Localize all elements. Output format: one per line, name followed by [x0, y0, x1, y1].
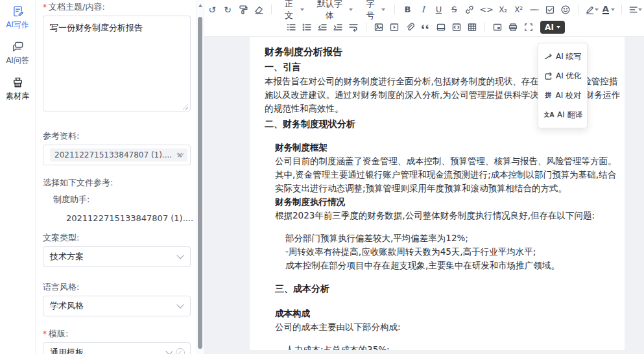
- bullet-list-icon: [286, 22, 296, 32]
- doc-heading: 三、成本分析: [275, 281, 621, 296]
- required-asterisk: *: [43, 329, 47, 338]
- file-group-label: 制度助手:: [53, 194, 191, 206]
- editor-toolbar: ↺ ↻ 正文 默认字体: [204, 0, 644, 37]
- fullscreen-button[interactable]: [521, 20, 536, 34]
- menu-item-ai-proofread[interactable]: 拼 AI 校对: [538, 86, 587, 105]
- required-asterisk: *: [43, 3, 47, 12]
- doc-list-item: 成本控制在部分项目中存在超支现象,主要集中在研发和市场推广领域。: [285, 259, 621, 272]
- doc-pen-icon: [12, 5, 24, 18]
- library-icon: [12, 77, 24, 89]
- divider-button[interactable]: [434, 20, 448, 34]
- caret-down-icon: [638, 8, 642, 11]
- indent-decrease-button[interactable]: [315, 20, 329, 34]
- file-reference-label: 选择如下文件参考:: [43, 177, 191, 189]
- doc-subheading: 财务制度框架: [275, 141, 621, 154]
- caret-down-icon: [556, 26, 560, 29]
- video-icon: [389, 22, 400, 32]
- task-list-button[interactable]: [543, 3, 557, 17]
- toolbar-divider: [578, 5, 578, 14]
- ai-menu-button[interactable]: AI: [540, 21, 565, 34]
- inline-code-button[interactable]: <>: [478, 3, 494, 17]
- emoji-button[interactable]: [558, 3, 573, 17]
- highlight-pen-button[interactable]: [584, 3, 600, 17]
- eraser-icon: [254, 5, 264, 15]
- form-scrollbar[interactable]: [196, 0, 204, 354]
- strikethrough-button[interactable]: S: [447, 3, 461, 17]
- topic-textarea[interactable]: 写一份财务制度分析报告: [43, 16, 191, 112]
- divider-icon: [436, 22, 446, 32]
- chevron-down-icon: [176, 301, 184, 308]
- attachment-button[interactable]: [403, 20, 417, 34]
- indent-increase-icon: [333, 22, 343, 32]
- eraser-button[interactable]: [252, 3, 266, 17]
- toolbar-row-2: AI: [204, 18, 644, 36]
- menu-item-ai-translate[interactable]: 文A AI 翻译: [538, 105, 587, 124]
- doc-type-select[interactable]: 技术方案: [43, 246, 191, 267]
- soft-wrap-button[interactable]: [346, 20, 361, 34]
- caret-down-icon: [300, 8, 304, 11]
- caret-down-icon: [611, 8, 615, 11]
- menu-item-ai-continue[interactable]: AI 续写: [538, 47, 587, 66]
- redo-button[interactable]: ↻: [221, 3, 235, 17]
- file-name: 2021122715133847807 (1)....: [66, 213, 193, 223]
- task-checkbox-icon: [545, 5, 555, 15]
- language-style-label: 语言风格:: [43, 281, 191, 293]
- print-button[interactable]: [506, 20, 520, 34]
- sidebar-item-material-library[interactable]: 素材库: [0, 77, 35, 102]
- superscript-button[interactable]: X²: [512, 3, 526, 17]
- toolbar-row-1: ↺ ↻ 正文 默认字体: [204, 1, 644, 18]
- proofread-icon: 拼: [544, 91, 552, 100]
- font-family-select[interactable]: 默认字体: [309, 3, 357, 17]
- menu-item-ai-optimize[interactable]: AI 优化: [538, 66, 587, 86]
- insert-image-button[interactable]: [372, 20, 386, 34]
- indent-increase-button[interactable]: [331, 20, 345, 34]
- ordered-list-button[interactable]: [300, 20, 314, 34]
- doc-list-item: -周转效率有待提高,应收账款周转天数为45天,高于行业平均水平;: [285, 245, 621, 259]
- scrollbar-thumb[interactable]: [198, 17, 202, 349]
- toolbar-divider: [394, 5, 395, 14]
- caret-down-icon: [381, 8, 385, 11]
- toolbar-divider: [366, 22, 366, 32]
- ai-writing-form: * 文档主题/内容: 写一份财务制度分析报告 参考资料: 20211227151…: [36, 0, 196, 354]
- code-block-icon: [451, 22, 462, 32]
- caret-down-icon: [349, 8, 353, 11]
- align-button[interactable]: [627, 3, 643, 17]
- horizontal-rule-button[interactable]: [527, 3, 542, 17]
- sidebar-item-label: AI写作: [6, 19, 29, 30]
- insert-video-button[interactable]: [387, 20, 401, 34]
- scroll-up-icon[interactable]: [198, 4, 202, 7]
- language-style-select[interactable]: 学术风格: [43, 296, 191, 316]
- table-button[interactable]: [465, 20, 479, 34]
- optimize-icon: [544, 72, 553, 80]
- reference-select[interactable]: 2021122715133847807 (1).... ×: [43, 145, 191, 165]
- redo-icon: ↻: [224, 5, 232, 14]
- file-row: 2021122715133847807 (1)....: [43, 213, 191, 223]
- blockquote-button[interactable]: [418, 20, 433, 34]
- font-size-select[interactable]: 字号: [357, 3, 390, 17]
- chevron-down-icon: [176, 252, 184, 259]
- bullet-list-button[interactable]: [284, 20, 298, 34]
- font-color-button[interactable]: A: [601, 3, 616, 17]
- italic-button[interactable]: I: [416, 3, 430, 17]
- undo-button[interactable]: ↺: [205, 3, 219, 17]
- code-block-button[interactable]: [449, 20, 464, 34]
- underline-button[interactable]: U: [431, 3, 446, 17]
- page-panel-button[interactable]: [490, 20, 505, 34]
- template-select[interactable]: 通用模板: [43, 342, 191, 354]
- sidebar-item-label: AI问答: [6, 55, 29, 66]
- format-painter-button[interactable]: [236, 3, 250, 17]
- doc-list-item: 人力成本:占总成本的35%;: [285, 343, 621, 350]
- sidebar-item-ai-writing[interactable]: AI写作: [0, 5, 35, 30]
- paragraph-style-select[interactable]: 正文: [276, 3, 309, 17]
- sidebar-item-ai-qa[interactable]: AI问答: [0, 41, 35, 66]
- bold-button[interactable]: B: [400, 3, 414, 17]
- subscript-button[interactable]: X₂: [496, 3, 510, 17]
- link-button[interactable]: [462, 3, 477, 17]
- continue-writing-icon: [544, 53, 553, 61]
- format-painter-icon: [238, 5, 248, 15]
- translate-icon: 文A: [544, 111, 554, 119]
- reference-tag: 2021122715133847807 (1).... ×: [50, 148, 187, 161]
- doc-subheading: 财务制度执行情况: [275, 195, 621, 209]
- highlight-pen-icon: [585, 5, 595, 15]
- sidebar: AI写作 AI问答 素材库: [0, 0, 36, 354]
